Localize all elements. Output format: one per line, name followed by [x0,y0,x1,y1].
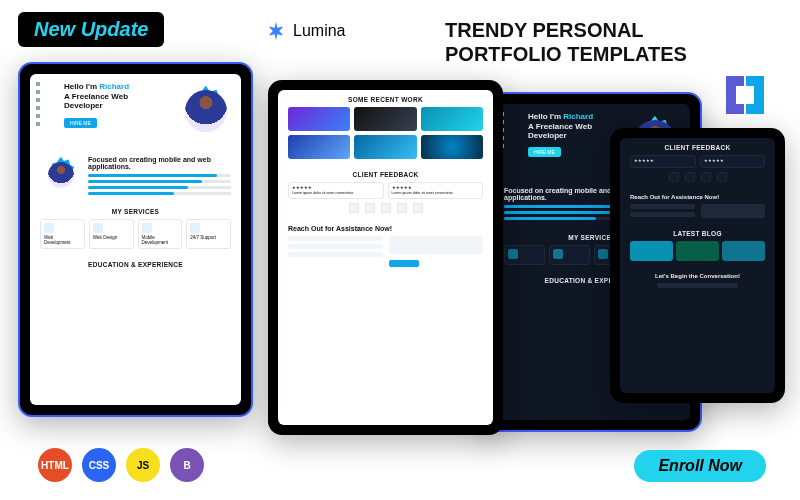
contact-title: Reach Out for Assistance Now! [630,194,765,200]
work-title: SOME RECENT WORK [288,96,483,103]
service-card[interactable]: 24/7 Support [186,219,231,249]
service-card[interactable] [504,245,545,265]
edu-title: EDUCATION & EXPERIENCE [40,261,231,268]
blog-title: LATEST BLOG [630,230,765,237]
css-icon: CSS [82,448,116,482]
service-card[interactable]: Web Design [89,219,134,249]
asterisk-icon [265,20,287,42]
message-field[interactable] [701,204,766,218]
about-title: Focused on creating mobile and web appli… [88,156,231,170]
service-card[interactable]: Mobile Development [138,219,183,249]
email-field[interactable] [288,244,383,249]
blog-thumb[interactable] [630,241,673,261]
hero-avatar [177,82,235,140]
bootstrap-icon: B [170,448,204,482]
hero-title: Hello I'm RichardA Freelance WebDevelope… [528,112,620,141]
feedback-title: CLIENT FEEDBACK [630,144,765,151]
services-title: MY SERVICES [40,208,231,215]
js-icon: JS [126,448,160,482]
message-field[interactable] [389,236,484,254]
work-thumb[interactable] [421,107,483,131]
sidebar-nav [500,112,522,170]
hero-title: Hello I'm RichardA Freelance WebDevelope… [64,82,171,111]
html-icon: HTML [38,448,72,482]
feedback-title: CLIENT FEEDBACK [288,171,483,178]
tablet-preview-2: SOME RECENT WORK CLIENT FEEDBACK ★★★★★Lo… [268,80,503,435]
work-thumb[interactable] [354,107,416,131]
headline-line1: TRENDY PERSONAL [445,18,687,42]
send-button[interactable] [389,260,419,267]
work-thumb[interactable] [421,135,483,159]
skill-bars [88,174,231,195]
name-field[interactable] [288,236,383,241]
contact-title: Reach Out for Assistance Now! [288,225,483,232]
brand: Lumina [265,20,345,42]
hire-me-button[interactable]: HIRE ME [528,147,561,157]
testimonial: ★★★★★ [630,155,696,168]
work-thumb[interactable] [288,107,350,131]
tech-icons: HTML CSS JS B [38,448,204,482]
service-card[interactable]: Web Development [40,219,85,249]
testimonial: ★★★★★Lorem ipsum dolor sit amet consecte… [388,182,484,199]
conversation-title: Let's Begin the Conversation! [630,273,765,279]
email-field[interactable] [630,212,695,217]
about-avatar [40,154,82,196]
work-thumb[interactable] [288,135,350,159]
enroll-now-button[interactable]: Enroll Now [634,450,766,482]
headline: TRENDY PERSONAL PORTFOLIO TEMPLATES [445,18,687,66]
testimonial: ★★★★★ [700,155,766,168]
name-field[interactable] [630,204,695,209]
new-update-badge: New Update [18,12,164,47]
phone-field[interactable] [288,252,383,257]
sidebar-nav [36,82,58,140]
hire-me-button[interactable]: HIRE ME [64,118,97,128]
work-thumb[interactable] [354,135,416,159]
email-subscribe[interactable] [657,283,738,288]
service-card[interactable] [549,245,590,265]
tablet-preview-4: CLIENT FEEDBACK ★★★★★★★★★★ Reach Out for… [610,128,785,403]
blog-thumb[interactable] [676,241,719,261]
product-logo-icon [720,70,770,120]
brand-name: Lumina [293,22,345,40]
tablet-preview-1: Hello I'm RichardA Freelance WebDevelope… [18,62,253,417]
testimonial: ★★★★★Lorem ipsum dolor sit amet consecte… [288,182,384,199]
headline-line2: PORTFOLIO TEMPLATES [445,42,687,66]
blog-thumb[interactable] [722,241,765,261]
